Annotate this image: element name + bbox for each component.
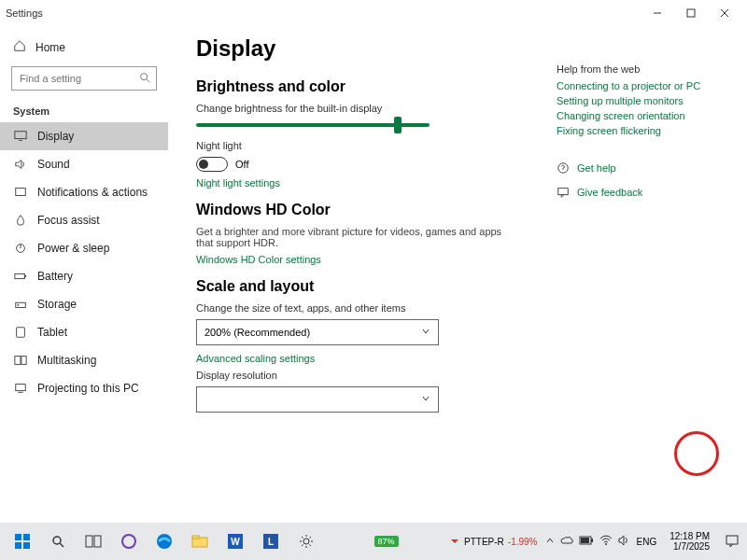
help-link[interactable]: Setting up multiple monitors <box>557 95 725 106</box>
help-panel: Help from the web Connecting to a projec… <box>557 63 725 207</box>
sidebar-item-storage[interactable]: Storage <box>0 290 168 318</box>
sidebar-item-sound[interactable]: Sound <box>0 150 168 178</box>
page-title: Display <box>196 35 719 62</box>
svg-rect-15 <box>17 328 25 338</box>
help-link[interactable]: Connecting to a projector or PC <box>557 80 725 91</box>
close-button[interactable] <box>708 0 741 26</box>
volume-icon[interactable] <box>618 535 631 548</box>
search-button[interactable] <box>41 525 75 558</box>
app-button[interactable]: L <box>254 525 288 558</box>
stock-widget[interactable]: PTTEP-R -1.99% <box>449 536 537 547</box>
chevron-down-icon <box>421 327 430 338</box>
sidebar-item-label: Projecting to this PC <box>37 382 139 395</box>
sidebar-item-battery[interactable]: Battery <box>0 262 168 290</box>
feedback-link[interactable]: Give feedback <box>557 183 725 202</box>
get-help-link[interactable]: Get help <box>557 159 725 177</box>
sidebar-item-power-sleep[interactable]: Power & sleep <box>0 234 168 262</box>
sidebar-item-tablet[interactable]: Tablet <box>0 318 168 346</box>
content-pane: Display Brightness and color Change brig… <box>168 26 747 523</box>
sound-icon <box>13 157 28 172</box>
wifi-icon[interactable] <box>599 535 613 548</box>
display-icon <box>13 129 28 144</box>
svg-rect-39 <box>591 539 593 542</box>
sidebar-item-focus-assist[interactable]: Focus assist <box>0 206 168 234</box>
svg-rect-20 <box>558 189 569 195</box>
sidebar-item-multitasking[interactable]: Multitasking <box>0 346 168 374</box>
battery-badge[interactable]: 87% <box>374 536 399 547</box>
stock-change: -1.99% <box>508 537 538 547</box>
svg-rect-11 <box>15 273 25 278</box>
resolution-dropdown[interactable] <box>196 386 439 413</box>
sidebar-item-display[interactable]: Display <box>0 122 168 150</box>
minimize-button[interactable] <box>641 0 674 26</box>
scale-heading: Scale and layout <box>196 278 719 295</box>
edge-button[interactable] <box>148 525 181 558</box>
action-center-button[interactable] <box>723 525 741 558</box>
sidebar-item-label: Storage <box>37 298 77 311</box>
sidebar-item-label: Notifications & actions <box>37 186 148 199</box>
toggle-switch[interactable] <box>196 157 228 172</box>
svg-rect-32 <box>192 536 199 539</box>
app-title: Settings <box>6 7 43 19</box>
copilot-button[interactable] <box>112 525 146 558</box>
projecting-icon <box>13 381 28 396</box>
sidebar-item-notifications[interactable]: Notifications & actions <box>0 178 168 206</box>
explorer-button[interactable] <box>183 525 217 558</box>
home-link[interactable]: Home <box>0 32 168 63</box>
svg-rect-17 <box>21 357 26 365</box>
svg-rect-21 <box>15 534 21 540</box>
notifications-icon <box>13 185 28 200</box>
sidebar-item-label: Battery <box>37 270 73 283</box>
sidebar-item-projecting[interactable]: Projecting to this PC <box>0 374 168 402</box>
task-view-button[interactable] <box>77 525 110 558</box>
feedback-label: Give feedback <box>577 187 642 198</box>
slider-thumb[interactable] <box>394 117 402 133</box>
tablet-icon <box>13 325 28 340</box>
home-label: Home <box>35 41 65 54</box>
svg-rect-42 <box>726 536 738 544</box>
sidebar-item-label: Focus assist <box>37 214 100 227</box>
start-button[interactable] <box>6 525 39 558</box>
sidebar-item-label: Multitasking <box>37 354 96 367</box>
scale-value: 200% (Recommended) <box>204 327 310 338</box>
taskbar: W L 87% PTTEP-R -1.99% ENG 12:18 PM 1/7/… <box>0 523 747 560</box>
maximize-button[interactable] <box>674 0 708 26</box>
brightness-slider[interactable] <box>196 123 430 127</box>
lang-indicator[interactable]: ENG <box>637 537 657 547</box>
word-button[interactable]: W <box>218 525 252 558</box>
svg-text:L: L <box>268 537 274 547</box>
system-tray: ENG <box>545 535 657 548</box>
help-link[interactable]: Changing screen orientation <box>557 110 725 121</box>
onedrive-icon[interactable] <box>560 536 573 547</box>
scale-label: Change the size of text, apps, and other… <box>196 302 719 314</box>
search-box[interactable] <box>11 66 157 91</box>
settings-window: Settings Home System Display Sound <box>0 0 747 523</box>
scale-dropdown[interactable]: 200% (Recommended) <box>196 319 439 345</box>
chevron-down-icon <box>421 394 430 405</box>
hdcolor-desc: Get a brighter and more vibrant picture … <box>196 226 514 248</box>
sidebar-item-label: Tablet <box>37 326 67 339</box>
help-link[interactable]: Fixing screen flickering <box>557 125 725 136</box>
svg-rect-12 <box>24 275 26 277</box>
clock[interactable]: 12:18 PM 1/7/2025 <box>664 531 715 552</box>
category-heading: System <box>0 100 168 122</box>
chevron-up-icon[interactable] <box>545 536 555 547</box>
help-icon <box>557 161 570 175</box>
settings-taskbar-button[interactable] <box>289 525 323 558</box>
svg-rect-8 <box>16 189 26 196</box>
search-input[interactable] <box>11 66 157 91</box>
advanced-scaling-link[interactable]: Advanced scaling settings <box>196 353 719 364</box>
stock-down-icon <box>449 536 460 547</box>
sidebar: Home System Display Sound Notifications … <box>0 26 168 523</box>
battery-icon[interactable] <box>579 536 594 547</box>
feedback-icon <box>557 186 570 199</box>
titlebar: Settings <box>0 0 747 26</box>
svg-rect-28 <box>94 536 101 547</box>
svg-rect-1 <box>687 9 695 17</box>
hdcolor-link[interactable]: Windows HD Color settings <box>196 254 719 265</box>
sidebar-item-label: Power & sleep <box>37 242 109 255</box>
power-icon <box>13 241 28 256</box>
sidebar-item-label: Sound <box>37 158 70 171</box>
svg-line-5 <box>147 79 150 83</box>
svg-point-29 <box>122 535 135 548</box>
